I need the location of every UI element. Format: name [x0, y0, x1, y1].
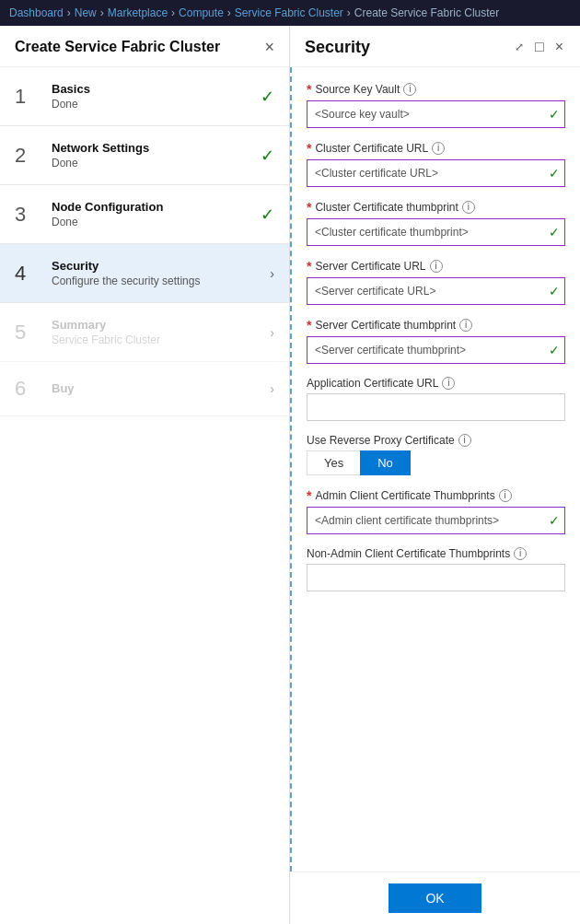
header-icons: ⤢ □ ×	[513, 37, 565, 57]
cluster-cert-thumbprint-field: * Cluster Certificate thumbprint i ✓	[307, 200, 565, 246]
step-6-number: 6	[15, 377, 44, 401]
step-1[interactable]: 1 Basics Done ✓	[0, 67, 289, 126]
server-cert-thumbprint-check-icon: ✓	[549, 343, 560, 357]
breadcrumb-current: Create Service Fabric Cluster	[354, 6, 499, 19]
server-cert-thumbprint-info-icon[interactable]: i	[459, 319, 472, 332]
step-1-sub: Done	[52, 98, 253, 111]
server-cert-thumbprint-field: * Server Certificate thumbprint i ✓	[307, 318, 565, 364]
right-panel: Security ⤢ □ × * Source Key Vault i ✓	[290, 26, 580, 924]
step-4[interactable]: 4 Security Configure the security settin…	[0, 244, 289, 303]
breadcrumb-compute[interactable]: Compute	[179, 6, 224, 19]
non-admin-cert-label: Non-Admin Client Certificate Thumbprints…	[307, 547, 565, 560]
admin-cert-label: * Admin Client Certificate Thumbprints i	[307, 488, 565, 503]
step-3-check: ✓	[261, 205, 274, 225]
step-1-check: ✓	[261, 87, 274, 107]
step-3-number: 3	[15, 203, 44, 227]
breadcrumb-marketplace[interactable]: Marketplace	[108, 6, 168, 19]
admin-cert-info-icon[interactable]: i	[499, 489, 512, 502]
source-key-vault-check-icon: ✓	[549, 107, 560, 122]
right-panel-header: Security ⤢ □ ×	[290, 26, 580, 67]
reverse-proxy-yes-button[interactable]: Yes	[307, 450, 360, 475]
step-5-sub: Service Fabric Cluster	[52, 333, 262, 346]
source-key-vault-info-icon[interactable]: i	[403, 83, 416, 96]
step-1-number: 1	[15, 85, 44, 109]
non-admin-cert-info-icon[interactable]: i	[514, 547, 527, 560]
step-1-name: Basics	[52, 82, 253, 96]
right-footer: OK	[290, 871, 580, 924]
breadcrumb-dashboard[interactable]: Dashboard	[9, 6, 64, 19]
admin-cert-input[interactable]	[307, 507, 565, 534]
reverse-proxy-label: Use Reverse Proxy Certificate i	[307, 434, 565, 447]
step-2-sub: Done	[52, 157, 253, 170]
step-5: 5 Summary Service Fabric Cluster ›	[0, 303, 289, 362]
cluster-cert-url-info-icon[interactable]: i	[432, 142, 445, 155]
source-key-vault-input[interactable]	[307, 100, 565, 128]
app-cert-url-label: Application Certificate URL i	[307, 377, 565, 390]
non-admin-cert-input[interactable]	[307, 564, 565, 591]
reverse-proxy-field: Use Reverse Proxy Certificate i Yes No	[307, 434, 565, 475]
step-2-check: ✓	[261, 146, 274, 166]
expand-icon[interactable]: ⤢	[513, 39, 526, 55]
cluster-cert-url-input[interactable]	[307, 159, 565, 187]
server-cert-thumbprint-label: * Server Certificate thumbprint i	[307, 318, 565, 333]
server-cert-url-input[interactable]	[307, 277, 565, 305]
cluster-cert-url-check-icon: ✓	[549, 166, 560, 181]
server-cert-url-label: * Server Certificate URL i	[307, 259, 565, 274]
breadcrumb-service-fabric-cluster[interactable]: Service Fabric Cluster	[235, 6, 343, 19]
step-5-number: 5	[15, 321, 44, 345]
step-6-name: Buy	[52, 381, 262, 395]
step-6-chevron: ›	[270, 381, 274, 396]
app-cert-url-info-icon[interactable]: i	[442, 377, 455, 390]
step-6: 6 Buy ›	[0, 362, 289, 416]
breadcrumb: Dashboard › New › Marketplace › Compute …	[0, 0, 580, 26]
main-layout: Create Service Fabric Cluster × 1 Basics…	[0, 26, 580, 924]
cluster-cert-url-field: * Cluster Certificate URL i ✓	[307, 141, 565, 187]
cluster-cert-thumbprint-input[interactable]	[307, 218, 565, 246]
left-panel-header: Create Service Fabric Cluster ×	[0, 26, 289, 67]
close-right-button[interactable]: ×	[553, 37, 565, 57]
source-key-vault-field: * Source Key Vault i ✓	[307, 82, 565, 128]
cluster-cert-url-label: * Cluster Certificate URL i	[307, 141, 565, 156]
step-4-chevron: ›	[270, 266, 274, 281]
cluster-cert-thumbprint-check-icon: ✓	[549, 225, 560, 240]
reverse-proxy-toggle: Yes No	[307, 450, 565, 475]
step-2[interactable]: 2 Network Settings Done ✓	[0, 126, 289, 185]
app-cert-url-field: Application Certificate URL i	[307, 377, 565, 421]
right-panel-title: Security	[305, 38, 370, 57]
left-panel: Create Service Fabric Cluster × 1 Basics…	[0, 26, 290, 924]
cluster-cert-thumbprint-label: * Cluster Certificate thumbprint i	[307, 200, 565, 215]
breadcrumb-new[interactable]: New	[75, 6, 97, 19]
step-4-number: 4	[15, 262, 44, 286]
window-icon[interactable]: □	[533, 37, 546, 57]
step-2-number: 2	[15, 144, 44, 168]
left-panel-title: Create Service Fabric Cluster	[15, 39, 220, 55]
server-cert-url-check-icon: ✓	[549, 284, 560, 298]
server-cert-url-field: * Server Certificate URL i ✓	[307, 259, 565, 305]
step-2-name: Network Settings	[52, 141, 253, 155]
server-cert-url-info-icon[interactable]: i	[430, 260, 443, 273]
step-3-name: Node Configuration	[52, 200, 253, 214]
step-4-sub: Configure the security settings	[52, 275, 262, 287]
reverse-proxy-info-icon[interactable]: i	[458, 434, 471, 447]
admin-cert-field: * Admin Client Certificate Thumbprints i…	[307, 488, 565, 534]
step-5-chevron: ›	[270, 325, 274, 340]
server-cert-thumbprint-input[interactable]	[307, 336, 565, 364]
reverse-proxy-no-button[interactable]: No	[360, 450, 411, 475]
steps-list: 1 Basics Done ✓ 2 Network Settings Done …	[0, 67, 289, 924]
right-content: * Source Key Vault i ✓ * Cluster Certifi…	[290, 67, 580, 871]
admin-cert-check-icon: ✓	[549, 513, 560, 528]
cluster-cert-thumbprint-info-icon[interactable]: i	[462, 201, 475, 214]
source-key-vault-label: * Source Key Vault i	[307, 82, 565, 97]
app-cert-url-input[interactable]	[307, 393, 565, 421]
step-5-name: Summary	[52, 318, 262, 332]
step-3-sub: Done	[52, 216, 253, 228]
step-3[interactable]: 3 Node Configuration Done ✓	[0, 185, 289, 244]
non-admin-cert-field: Non-Admin Client Certificate Thumbprints…	[307, 547, 565, 591]
close-button[interactable]: ×	[264, 39, 274, 55]
ok-button[interactable]: OK	[389, 883, 481, 913]
step-4-name: Security	[52, 259, 262, 273]
